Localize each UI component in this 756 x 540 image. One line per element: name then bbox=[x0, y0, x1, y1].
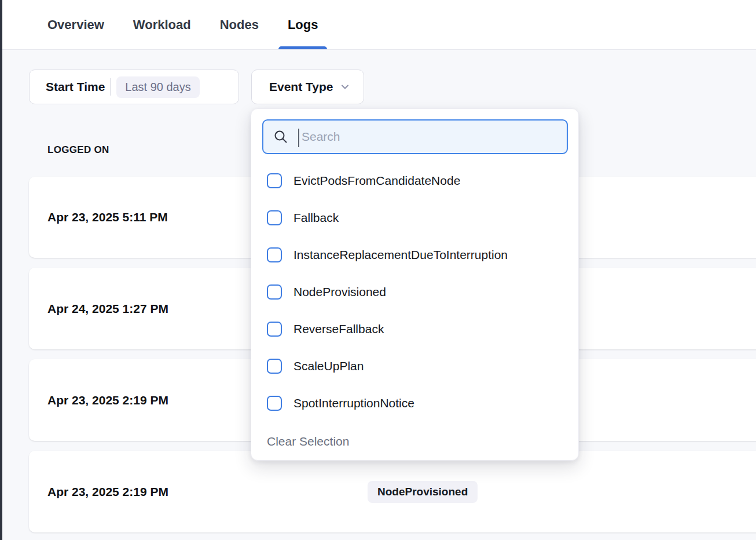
option-label: SpotInterruptionNotice bbox=[293, 396, 414, 410]
event-type-filter-button[interactable]: Event Type bbox=[251, 70, 364, 104]
option-nodeprovisioned[interactable]: NodeProvisioned bbox=[251, 273, 578, 311]
option-label: ReverseFallback bbox=[293, 322, 384, 336]
tab-workload[interactable]: Workload bbox=[133, 0, 191, 49]
tab-logs-label: Logs bbox=[288, 17, 318, 32]
option-label: NodeProvisioned bbox=[293, 285, 386, 299]
event-type-label: Event Type bbox=[269, 80, 333, 94]
option-label: ScaleUpPlan bbox=[293, 359, 364, 373]
logged-on-value: Apr 24, 2025 1:27 PM bbox=[47, 302, 168, 316]
clear-selection-label: Clear Selection bbox=[267, 435, 349, 448]
checkbox[interactable] bbox=[267, 247, 282, 262]
event-type-options: EvictPodsFromCandidateNode Fallback Inst… bbox=[251, 162, 578, 461]
event-type-badge: NodeProvisioned bbox=[368, 481, 478, 503]
tab-nodes[interactable]: Nodes bbox=[220, 0, 259, 49]
event-type-dropdown: EvictPodsFromCandidateNode Fallback Inst… bbox=[251, 108, 579, 461]
start-time-label: Start Time bbox=[46, 80, 105, 94]
logged-on-value: Apr 23, 2025 2:19 PM bbox=[47, 485, 168, 499]
tab-overview-label: Overview bbox=[47, 17, 104, 32]
checkbox[interactable] bbox=[267, 284, 282, 300]
option-label: EvictPodsFromCandidateNode bbox=[293, 174, 460, 188]
page: Overview Workload Nodes Logs Start Time … bbox=[0, 0, 756, 540]
option-evictpodsfromcandidatenode[interactable]: EvictPodsFromCandidateNode bbox=[251, 162, 578, 199]
tab-nodes-label: Nodes bbox=[220, 17, 259, 32]
search-field[interactable] bbox=[262, 119, 568, 154]
column-header-logged-on: LOGGED ON bbox=[47, 144, 109, 156]
checkbox[interactable] bbox=[267, 210, 282, 225]
option-instancereplacementduetointerruption[interactable]: InstanceReplacementDueToInterruption bbox=[251, 236, 578, 273]
window-edge bbox=[0, 0, 2, 540]
option-label: Fallback bbox=[293, 211, 339, 225]
tab-workload-label: Workload bbox=[133, 17, 191, 32]
logged-on-value: Apr 23, 2025 2:19 PM bbox=[47, 393, 168, 407]
checkbox[interactable] bbox=[267, 359, 282, 374]
checkbox[interactable] bbox=[267, 173, 282, 188]
clear-selection-button[interactable]: Clear Selection bbox=[251, 422, 578, 461]
table-row[interactable]: Apr 23, 2025 2:19 PM NodeProvisioned bbox=[29, 451, 756, 532]
checkbox[interactable] bbox=[267, 322, 282, 337]
active-tab-indicator bbox=[278, 46, 328, 49]
option-scaleupplan[interactable]: ScaleUpPlan bbox=[251, 348, 578, 385]
option-fallback[interactable]: Fallback bbox=[251, 199, 578, 236]
option-reversefallback[interactable]: ReverseFallback bbox=[251, 311, 578, 348]
checkbox[interactable] bbox=[267, 396, 282, 411]
option-label: InstanceReplacementDueToInterruption bbox=[293, 248, 508, 262]
chevron-down-icon bbox=[339, 81, 351, 93]
tab-bar: Overview Workload Nodes Logs bbox=[0, 0, 756, 50]
search-input[interactable] bbox=[263, 121, 567, 153]
logged-on-value: Apr 23, 2025 5:11 PM bbox=[47, 210, 168, 224]
option-spotinterruptionnotice[interactable]: SpotInterruptionNotice bbox=[251, 385, 578, 422]
start-time-filter-button[interactable]: Start Time Last 90 days bbox=[29, 70, 239, 104]
tab-overview[interactable]: Overview bbox=[47, 0, 104, 49]
start-time-value-pill: Last 90 days bbox=[116, 76, 199, 98]
tab-logs[interactable]: Logs bbox=[288, 0, 318, 49]
filter-divider bbox=[110, 78, 111, 96]
